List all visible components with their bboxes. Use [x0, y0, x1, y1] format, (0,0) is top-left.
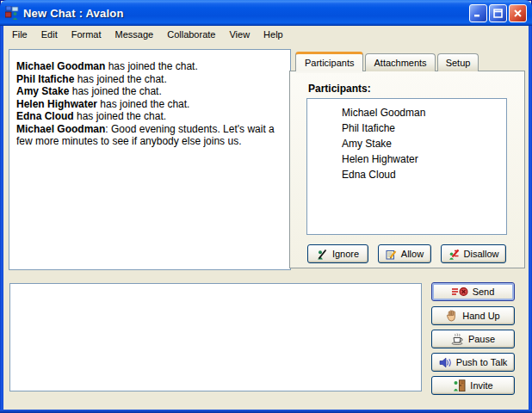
disallow-button[interactable]: Disallow — [441, 244, 506, 263]
window-border-bottom — [0, 410, 532, 413]
message-sender: Amy Stake — [16, 85, 69, 97]
send-icon — [452, 287, 468, 297]
send-button[interactable]: Send — [431, 282, 515, 301]
ignore-label: Ignore — [332, 249, 359, 259]
speaker-icon — [439, 357, 452, 368]
message-sender: Helen Highwater — [16, 98, 97, 110]
tab-participants[interactable]: Participants — [295, 52, 363, 71]
menu-edit[interactable]: Edit — [34, 27, 65, 42]
invite-label: Invite — [470, 380, 492, 391]
ignore-person-icon — [317, 249, 328, 260]
invite-button[interactable]: Invite — [431, 376, 515, 395]
message-sender: Phil Itafiche — [16, 73, 74, 85]
participant-item[interactable]: Phil Itafiche — [307, 120, 506, 136]
invite-door-icon — [453, 379, 466, 391]
message-sender: Michael Goodman — [16, 60, 105, 72]
chat-message: Michael Goodman: Good evening students. … — [16, 123, 283, 148]
participant-item[interactable]: Amy Stake — [307, 136, 506, 151]
participant-item[interactable]: Michael Goodman — [307, 105, 506, 120]
message-text: has joined the chat. — [74, 73, 166, 85]
window-controls — [469, 4, 527, 22]
app-icon — [5, 6, 19, 20]
ignore-button[interactable]: Ignore — [307, 244, 368, 263]
titlebar: New Chat : Avalon — [0, 0, 532, 26]
tab-bar: Participants Attachments Setup — [295, 52, 479, 71]
participant-item[interactable]: Edna Cloud — [307, 167, 506, 182]
message-input[interactable] — [9, 283, 422, 391]
chat-message: Phil Itafiche has joined the chat. — [16, 73, 283, 86]
message-text: has joined the chat. — [74, 110, 166, 122]
window-title: New Chat : Avalon — [23, 7, 465, 20]
disallow-person-icon — [448, 249, 460, 260]
menu-format[interactable]: Format — [65, 27, 108, 42]
pause-button[interactable]: Pause — [431, 330, 515, 348]
maximize-button[interactable] — [489, 4, 507, 22]
allow-button[interactable]: Allow — [378, 244, 431, 263]
minimize-button[interactable] — [469, 4, 487, 22]
message-text: has joined the chat. — [69, 85, 161, 97]
hand-up-label: Hand Up — [462, 311, 499, 321]
tab-attachments[interactable]: Attachments — [365, 53, 435, 71]
allow-write-icon — [386, 249, 397, 260]
hand-up-button[interactable]: Hand Up — [431, 306, 515, 325]
pause-label: Pause — [468, 334, 495, 344]
minimize-icon — [473, 9, 483, 18]
close-icon — [513, 9, 523, 18]
raised-hand-icon — [446, 310, 458, 322]
window-border-right — [529, 26, 532, 413]
maximize-icon — [493, 9, 503, 18]
chat-message: Edna Cloud has joined the chat. — [16, 110, 283, 123]
menu-file[interactable]: File — [5, 27, 34, 42]
menu-message[interactable]: Message — [108, 27, 161, 42]
chat-message: Michael Goodman has joined the chat. — [16, 60, 283, 73]
participants-panel: Participants: Michael Goodman Phil Itafi… — [289, 71, 525, 268]
message-sender: Michael Goodman — [16, 123, 105, 135]
participant-item[interactable]: Helen Highwater — [307, 151, 506, 167]
tab-setup[interactable]: Setup — [437, 53, 479, 71]
close-button[interactable] — [509, 4, 527, 22]
message-text: has joined the chat. — [105, 60, 197, 72]
message-text: has joined the chat. — [97, 98, 189, 110]
push-to-talk-label: Push to Talk — [456, 357, 508, 367]
chat-message: Helen Highwater has joined the chat. — [16, 98, 283, 111]
message-sender: Edna Cloud — [16, 110, 74, 122]
window-border-left — [0, 26, 3, 413]
send-label: Send — [473, 287, 495, 297]
menu-view[interactable]: View — [222, 27, 257, 42]
chat-message: Amy Stake has joined the chat. — [16, 85, 283, 98]
menubar: File Edit Format Message Collaborate Vie… — [3, 26, 529, 43]
coffee-cup-icon — [451, 333, 464, 345]
chat-window: New Chat : Avalon File Edit Format Messa… — [0, 0, 532, 413]
menu-collaborate[interactable]: Collaborate — [160, 27, 222, 42]
disallow-label: Disallow — [464, 249, 499, 259]
participants-list[interactable]: Michael Goodman Phil Itafiche Amy Stake … — [306, 98, 507, 235]
menu-help[interactable]: Help — [257, 27, 290, 42]
push-to-talk-button[interactable]: Push to Talk — [431, 353, 515, 372]
participants-label: Participants: — [308, 83, 371, 95]
chat-transcript[interactable]: Michael Goodman has joined the chat. Phi… — [9, 49, 291, 270]
allow-label: Allow — [401, 249, 424, 259]
